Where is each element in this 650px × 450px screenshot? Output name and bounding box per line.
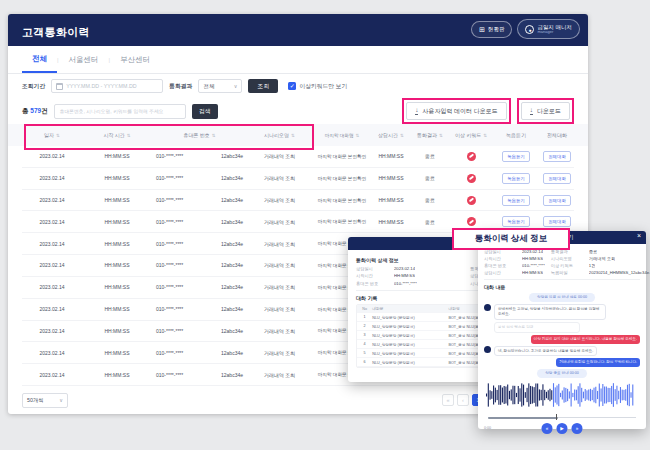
- per-page-select[interactable]: 50개씩 ∨: [22, 393, 68, 408]
- dashboard-badge-label: 현황판: [488, 26, 505, 33]
- period-placeholder: YYYY.MM.DD - YYYY.MM.DD: [66, 83, 136, 89]
- calendar-icon: [56, 83, 63, 90]
- table-cell: HH:MM:SS: [82, 241, 152, 247]
- search-input[interactable]: 휴대폰번호, 시나리오명, 키워드를 입력해 주세요: [54, 104, 186, 119]
- column-header-7[interactable]: 통화결과⇅: [410, 132, 450, 138]
- inquire-button[interactable]: 조회: [248, 79, 278, 93]
- table-row: 2023.02.14HH:MM:SS010-****-****12abc34e거…: [22, 190, 574, 212]
- sort-icon[interactable]: ⇅: [356, 133, 360, 138]
- column-header-3[interactable]: 휴대폰 번호⇅: [152, 132, 247, 138]
- full-dialog-button[interactable]: 전체대화: [543, 216, 571, 227]
- table-cell: 2023.02.14: [22, 197, 82, 203]
- sort-icon[interactable]: ⇅: [127, 133, 131, 138]
- listen-recording-button[interactable]: 녹음듣기: [502, 195, 530, 206]
- column-header-8[interactable]: 이상 키워드⇅: [450, 132, 492, 138]
- scrubber[interactable]: [484, 414, 640, 420]
- chat-transcript: 상담원 연결 전 안내 멘트 00:00안녕하세요 고객님, 상담을 시작하겠습…: [484, 293, 640, 378]
- table-cell: [450, 196, 492, 205]
- column-header-1[interactable]: 일자⇅: [22, 132, 82, 138]
- table-cell: 녹음듣기: [492, 216, 540, 227]
- table-cell: 마지막 대화문 본인확인: [312, 198, 372, 203]
- abnormal-keyword-icon: [467, 174, 476, 183]
- sort-icon[interactable]: ⇅: [439, 133, 443, 138]
- download-annotation: ↓ 다운로드: [517, 98, 574, 124]
- call-result-label: 통화결과: [169, 82, 192, 91]
- detail-annotation-label: 통화이력 상세 정보: [452, 228, 570, 250]
- abnormal-only-checkbox[interactable]: ✓: [288, 82, 296, 90]
- table-cell: [450, 174, 492, 183]
- period-range-input[interactable]: YYYY.MM.DD - YYYY.MM.DD: [51, 79, 163, 93]
- detail-pair: 시작시간HH:MM:SS: [356, 273, 462, 278]
- table-cell: 2023.02.14: [22, 284, 82, 290]
- table-cell: 2023.02.14: [22, 175, 82, 181]
- dashboard-badge[interactable]: ⊞ 현황판: [471, 21, 512, 38]
- column-header-2[interactable]: 시작 시간⇅: [82, 132, 152, 138]
- table-cell: 010-****-****12abc34e: [152, 153, 247, 159]
- table-cell: 2023.02.14: [22, 328, 82, 334]
- column-header-5[interactable]: 마지막 대화명⇅: [312, 133, 372, 138]
- table-cell: 010-****-****12abc34e: [152, 241, 247, 247]
- table-cell: 010-****-****12abc34e: [152, 350, 247, 356]
- prev-page-button[interactable]: ‹: [457, 394, 469, 406]
- table-cell: 거래내역 조회: [247, 175, 312, 181]
- search-button[interactable]: 검색: [192, 104, 218, 119]
- chat-message-banner: 상담원 연결 전 안내 멘트 00:00: [484, 293, 640, 302]
- previous-button[interactable]: «: [542, 423, 553, 434]
- table-cell: 거래내역 조회: [247, 372, 312, 378]
- download-user-data-annotation: ↓ 사용자입력 데이터 다운로드: [402, 98, 511, 124]
- listen-recording-button[interactable]: 녹음듣기: [502, 173, 530, 184]
- abnormal-keyword-icon: [467, 152, 476, 161]
- table-cell: HH:MM:SS: [82, 372, 152, 378]
- next-button[interactable]: »: [572, 423, 583, 434]
- close-icon[interactable]: ×: [637, 232, 641, 239]
- sort-icon[interactable]: ⇅: [56, 133, 60, 138]
- grid-icon: ⊞: [479, 26, 485, 33]
- call-result-value: 전체: [203, 83, 214, 90]
- total-count: 총 579건: [22, 107, 48, 116]
- table-cell: 2023.02.14: [22, 350, 82, 356]
- manager-badge[interactable]: ● 금일지 매니저 manager: [517, 19, 580, 39]
- chat-message-bot: 안녕하세요 고객님, 상담을 시작하겠습니다. 본인 확인을 진행해 주세요.: [484, 304, 640, 320]
- table-cell: 2023.02.14: [22, 219, 82, 225]
- sort-icon[interactable]: ⇅: [483, 133, 487, 138]
- download-user-data-button[interactable]: ↓ 사용자입력 데이터 다운로드: [406, 102, 507, 120]
- full-dialog-button[interactable]: 전체대화: [543, 173, 571, 184]
- tab-busan-center[interactable]: 부산센터: [110, 46, 160, 73]
- table-row: 2023.02.14HH:MM:SS010-****-****12abc34e거…: [22, 168, 574, 190]
- sort-icon[interactable]: ⇅: [400, 133, 404, 138]
- table-cell: HH:MM:SS: [82, 262, 152, 268]
- waveform[interactable]: [484, 381, 636, 409]
- header-badges: ⊞ 현황판 ● 금일지 매니저 manager: [471, 19, 580, 39]
- table-cell: 마지막 대화문 본인확인: [312, 154, 372, 159]
- tab-seoul-center[interactable]: 서울센터: [59, 46, 109, 73]
- table-cell: 거래내역 조회: [247, 219, 312, 225]
- table-cell: 거래내역 조회: [247, 262, 312, 268]
- sort-icon[interactable]: ⇅: [291, 133, 295, 138]
- column-header-6[interactable]: 상담시간⇅: [372, 132, 410, 138]
- play-button[interactable]: ▶: [557, 423, 568, 434]
- call-result-select[interactable]: 전체 ∨: [198, 79, 242, 93]
- listen-recording-button[interactable]: 녹음듣기: [502, 151, 530, 162]
- table-cell: 2023.02.14: [22, 372, 82, 378]
- table-cell: 전체대화: [540, 151, 574, 162]
- table-cell: 010-****-****12abc34e: [152, 372, 247, 378]
- chevron-down-icon: ∨: [234, 83, 238, 89]
- recording-popup: 녹음듣기 × 상담일시2023.02.14통화결과종료시작시간HH:MM:SS시…: [478, 231, 646, 429]
- listen-recording-button[interactable]: 녹음듣기: [502, 216, 530, 227]
- table-row: 2023.02.14HH:MM:SS010-****-****12abc34e거…: [22, 146, 574, 168]
- table-cell: 2023.02.14: [22, 153, 82, 159]
- detail-pair: 시작시간HH:MM:SS: [484, 256, 545, 261]
- column-header-4[interactable]: 시나리오명⇅: [247, 132, 312, 138]
- full-dialog-button[interactable]: 전체대화: [543, 195, 571, 206]
- table-cell: HH:MM:SS: [82, 219, 152, 225]
- detail-pair: 녹음파일20230214_HHMMSS_12abc34e.wav: [551, 270, 650, 275]
- first-page-button[interactable]: «: [442, 394, 454, 406]
- download-button[interactable]: ↓ 다운로드: [521, 102, 570, 120]
- sort-icon[interactable]: ⇅: [212, 133, 216, 138]
- full-dialog-button[interactable]: 전체대화: [543, 151, 571, 162]
- table-cell: 거래내역 조회: [247, 197, 312, 203]
- table-cell: 거래내역 조회: [247, 284, 312, 290]
- table-cell: 녹음듣기: [492, 151, 540, 162]
- column-header-9: 녹음듣기: [492, 132, 540, 138]
- tab-all[interactable]: 전체: [22, 46, 57, 73]
